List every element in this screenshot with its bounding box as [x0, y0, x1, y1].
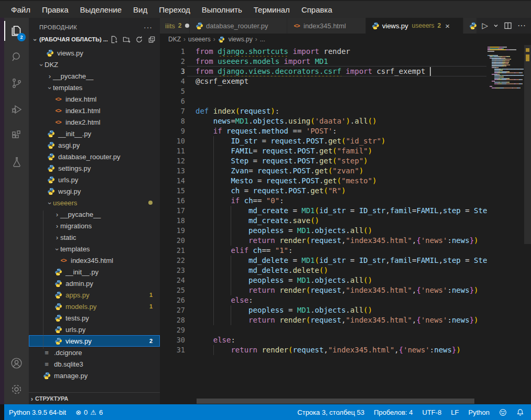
tree-item[interactable]: models.py1 [29, 301, 160, 312]
code-line[interactable]: 29 [160, 325, 487, 335]
source-control-icon[interactable] [4, 70, 29, 96]
tree-folder[interactable]: ›DKZ [29, 59, 160, 70]
tab-index345.html[interactable]: <>index345.html [287, 18, 366, 34]
breadcrumb-item[interactable]: DKZ [168, 36, 181, 43]
code-line[interactable]: 4@csrf_exempt [160, 76, 487, 86]
code-line[interactable]: 20 return render(request,"index345.html"… [160, 236, 487, 246]
tree-item[interactable]: apps.py1 [29, 289, 160, 301]
tree-folder[interactable]: ›__pycache__ [29, 70, 160, 82]
run-dropdown-chevron-icon[interactable] [493, 23, 499, 28]
code-line[interactable]: 23 md_delete.delete() [160, 266, 487, 275]
code-line[interactable]: 28 return render(request,"index345.html"… [160, 315, 487, 325]
refresh-icon[interactable] [135, 36, 143, 43]
menu-item-правка[interactable]: Правка [36, 3, 74, 16]
code-line[interactable]: 2from useeers.models import MD1 [160, 57, 487, 67]
settings-gear-icon[interactable] [4, 376, 29, 402]
code-line[interactable]: 7def index(request): [160, 106, 487, 116]
code-line[interactable]: 9 if request.method == 'POST': [160, 126, 487, 136]
feedback-icon[interactable] [494, 408, 512, 416]
breadcrumb-item[interactable]: ... [260, 36, 265, 43]
tree-folder[interactable]: ›templates [29, 82, 160, 93]
python-interpreter[interactable]: Python 3.9.5 64-bit [4, 408, 71, 416]
menu-item-выполнить[interactable]: Выполнить [196, 3, 248, 16]
code-line[interactable]: 30 else: [160, 335, 487, 345]
code-line[interactable]: 12 Step = request.POST.get("step") [160, 156, 487, 166]
tree-item[interactable]: ≡db.sqlite3 [29, 358, 160, 370]
tab-database_roouter.py[interactable]: database_roouter.py [190, 18, 287, 34]
code-line[interactable]: 17 md_create = MD1(id_str = ID_str,famil… [160, 206, 487, 216]
tree-folder[interactable]: ›__pycache__ [29, 208, 160, 220]
menu-item-выделение[interactable]: Выделение [74, 3, 127, 16]
menu-item-переход[interactable]: Переход [153, 3, 196, 16]
code-line[interactable]: 27 peopless = MD1.objects.all() [160, 305, 487, 315]
code-line[interactable]: 25 return render(request,"index345.html"… [160, 285, 487, 295]
menu-item-терминал[interactable]: Терминал [248, 3, 296, 16]
code-line[interactable]: 31 return render(request,"index345.html"… [160, 345, 487, 355]
tree-item[interactable]: admin.py [29, 278, 160, 289]
breadcrumb-item[interactable]: useeers [188, 36, 211, 43]
status-item[interactable]: Строка 3, столбец 53 [292, 408, 369, 416]
horizontal-scrollbar[interactable] [197, 399, 474, 404]
extensions-icon[interactable] [4, 123, 29, 149]
outline-section-header[interactable]: › СТРУКТУРА [29, 392, 160, 404]
tree-item[interactable]: <>index1.html [29, 105, 160, 116]
tree-item[interactable]: manage.py [29, 370, 160, 381]
menu-item-вид[interactable]: Вид [127, 3, 153, 16]
tree-item[interactable]: __init__.py [29, 128, 160, 139]
new-folder-icon[interactable] [123, 36, 131, 43]
tree-item[interactable]: ≡.dcignore [29, 347, 160, 358]
code-line[interactable]: 10 ID_str = request.POST.get("id_str") [160, 136, 487, 146]
code-editor[interactable]: 1from django.shortcuts import render2fro… [160, 45, 531, 404]
more-actions-icon[interactable]: ··· [517, 21, 526, 30]
scrollbar-slider[interactable] [524, 45, 531, 244]
tab-iiits[interactable]: iiits2 [160, 18, 190, 34]
overview-ruler[interactable] [524, 45, 531, 404]
tree-item[interactable]: <>index345.html [29, 255, 160, 266]
tree-item[interactable]: views.py2 [29, 335, 160, 347]
collapse-folders-icon[interactable] [148, 36, 156, 43]
tree-item[interactable]: __init__.py [29, 266, 160, 278]
tree-item[interactable]: views.py [29, 47, 160, 59]
status-item[interactable]: Пробелов: 4 [369, 408, 417, 416]
tree-item[interactable]: wsgi.py [29, 185, 160, 197]
tree-folder[interactable]: ›static [29, 231, 160, 243]
code-line[interactable]: 18 md_create.save() [160, 216, 487, 226]
tree-item[interactable]: urls.py [29, 324, 160, 335]
code-line[interactable]: 11 FAMIL= request.POST.get("famil") [160, 146, 487, 156]
workspace-section-header[interactable]: › (РАБОЧАЯ ОБЛАСТЬ) ... [29, 34, 160, 45]
tab-views.py[interactable]: views.pyuseeers2× [366, 18, 463, 34]
code-line[interactable]: 15 ch = request.POST.get("R") [160, 186, 487, 196]
code-line[interactable]: 26 else: [160, 295, 487, 305]
menu-item-файл[interactable]: Файл [5, 3, 36, 16]
code-line[interactable]: 22 md_delete = MD1(id_str = ID_str,famil… [160, 256, 487, 266]
code-line[interactable]: 8 news=MD1.objects.using('daata').all() [160, 116, 487, 126]
code-line[interactable]: 14 Mesto = request.POST.get("mesto") [160, 176, 487, 186]
code-line[interactable]: 5 [160, 86, 487, 96]
tree-item[interactable]: asgi.py [29, 139, 160, 151]
code-line[interactable]: 21 elif ch== "1": [160, 246, 487, 256]
minimap[interactable] [487, 47, 524, 392]
code-line[interactable]: 3from django.views.decorators.csrf impor… [160, 67, 487, 76]
tree-folder[interactable]: ›migrations [29, 220, 160, 231]
status-item[interactable]: LF [446, 408, 463, 416]
code-line[interactable]: 24 peopless = MD1.objects.all() [160, 275, 487, 285]
testing-icon[interactable] [4, 149, 29, 175]
code-area[interactable]: 1from django.shortcuts import render2fro… [160, 47, 487, 355]
code-line[interactable]: 1from django.shortcuts import render [160, 47, 487, 57]
new-file-icon[interactable] [110, 36, 118, 43]
tree-item[interactable]: database_roouter.py [29, 151, 160, 162]
explorer-icon[interactable]: 2 [4, 18, 29, 44]
menu-item-справка[interactable]: Справка [296, 3, 338, 16]
tree-folder[interactable]: ›useeers [29, 197, 160, 208]
tree-item[interactable]: <>index.html [29, 93, 160, 105]
problems-indicator[interactable]: ⊗ 0 ⚠ 6 [71, 408, 107, 416]
tree-item[interactable]: tests.py [29, 312, 160, 324]
code-line[interactable]: 19 peopless = MD1.objects.all() [160, 226, 487, 236]
status-item[interactable]: Python [464, 408, 494, 416]
tree-item[interactable]: <>index2.html [29, 116, 160, 128]
run-debug-icon[interactable] [4, 96, 29, 123]
notifications-bell-icon[interactable] [512, 408, 531, 416]
breadcrumb-item[interactable]: views.py [229, 36, 253, 43]
tree-item[interactable]: settings.py [29, 162, 160, 174]
sidebar-more-icon[interactable]: ··· [144, 23, 153, 31]
